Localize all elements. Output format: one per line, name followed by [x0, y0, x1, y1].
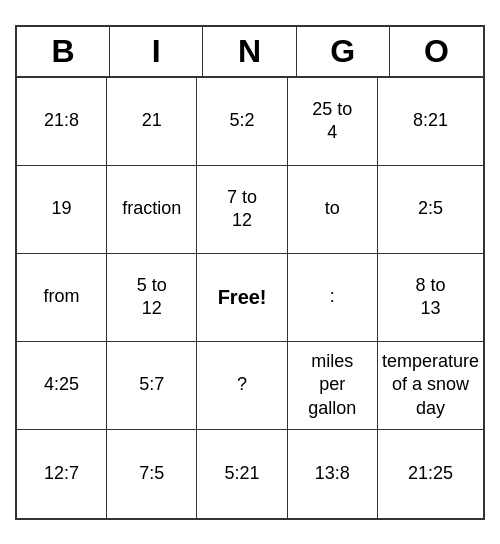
header-letter-G: G	[297, 27, 390, 76]
bingo-cell-6[interactable]: fraction	[107, 166, 197, 254]
bingo-cell-1[interactable]: 21	[107, 78, 197, 166]
header-letter-N: N	[203, 27, 296, 76]
bingo-cell-13[interactable]: :	[288, 254, 378, 342]
bingo-cell-2[interactable]: 5:2	[197, 78, 287, 166]
bingo-cell-11[interactable]: 5 to12	[107, 254, 197, 342]
bingo-cell-17[interactable]: ?	[197, 342, 287, 430]
bingo-cell-15[interactable]: 4:25	[17, 342, 107, 430]
bingo-cell-23[interactable]: 13:8	[288, 430, 378, 518]
bingo-cell-8[interactable]: to	[288, 166, 378, 254]
header-letter-O: O	[390, 27, 483, 76]
bingo-header: BINGO	[17, 27, 483, 78]
bingo-card: BINGO 21:8215:225 to48:2119fraction7 to1…	[15, 25, 485, 520]
bingo-cell-22[interactable]: 5:21	[197, 430, 287, 518]
bingo-cell-3[interactable]: 25 to4	[288, 78, 378, 166]
bingo-cell-5[interactable]: 19	[17, 166, 107, 254]
bingo-cell-24[interactable]: 21:25	[378, 430, 483, 518]
bingo-cell-0[interactable]: 21:8	[17, 78, 107, 166]
bingo-cell-20[interactable]: 12:7	[17, 430, 107, 518]
bingo-cell-9[interactable]: 2:5	[378, 166, 483, 254]
bingo-cell-7[interactable]: 7 to12	[197, 166, 287, 254]
bingo-cell-21[interactable]: 7:5	[107, 430, 197, 518]
bingo-cell-14[interactable]: 8 to13	[378, 254, 483, 342]
bingo-grid: 21:8215:225 to48:2119fraction7 to12to2:5…	[17, 78, 483, 518]
header-letter-I: I	[110, 27, 203, 76]
bingo-cell-10[interactable]: from	[17, 254, 107, 342]
bingo-cell-19[interactable]: temperatureof a snowday	[378, 342, 483, 430]
bingo-cell-16[interactable]: 5:7	[107, 342, 197, 430]
bingo-cell-18[interactable]: milespergallon	[288, 342, 378, 430]
bingo-cell-4[interactable]: 8:21	[378, 78, 483, 166]
bingo-cell-12[interactable]: Free!	[197, 254, 287, 342]
header-letter-B: B	[17, 27, 110, 76]
